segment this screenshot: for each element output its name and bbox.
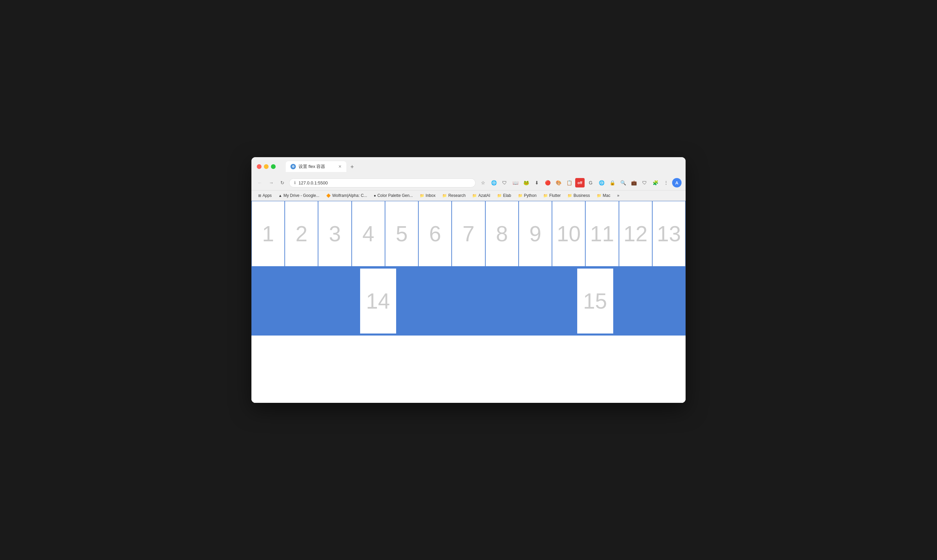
extension-icon-9[interactable]: off (575, 178, 585, 188)
bookmark-python[interactable]: 📁 Python (515, 192, 539, 199)
window-controls (257, 164, 275, 169)
blue-block-middle (397, 268, 577, 334)
flex-item-10: 10 (552, 201, 585, 266)
extension-icon-15[interactable]: 🛡 (640, 178, 649, 188)
flex-item-5: 5 (385, 201, 418, 266)
extension-icon-2[interactable]: 🛡 (500, 178, 509, 188)
bookmark-mac[interactable]: 📁 Mac (594, 192, 613, 199)
bookmark-flutter[interactable]: 📁 Flutter (540, 192, 563, 199)
extension-icon-6[interactable]: 🔴 (543, 178, 552, 188)
bookmark-mac-label: Mac (603, 193, 611, 198)
flex-container: 1 2 3 4 5 6 7 8 9 10 11 12 13 14 (251, 201, 686, 335)
folder-icon-python: 📁 (518, 194, 523, 198)
flex-item-14: 14 (360, 268, 397, 334)
bookmark-wolfram[interactable]: 🔶 Wolfram|Alpha: C... (323, 192, 370, 199)
flex-item-8: 8 (485, 201, 519, 266)
folder-icon-business: 📁 (568, 194, 572, 198)
reload-button[interactable]: ↻ (278, 179, 286, 187)
tab-favicon: ⚙ (291, 164, 296, 169)
extension-icon-13[interactable]: 🔍 (618, 178, 628, 188)
bookmark-more[interactable]: » (614, 192, 622, 199)
folder-icon-elab: 📁 (497, 194, 502, 198)
extension-icon-5[interactable]: ⬇ (532, 178, 542, 188)
extensions-button[interactable]: 🧩 (651, 178, 660, 188)
bookmark-research-label: Research (448, 193, 465, 198)
flex-item-9: 9 (519, 201, 552, 266)
flex-item-12: 12 (619, 201, 652, 266)
close-button[interactable] (257, 164, 262, 169)
nav-icons: ☆ 🌐 🛡 📖 🐸 ⬇ 🔴 🎨 📋 off G 🌐 🔒 🔍 💼 🛡 🧩 ⋮ A (478, 178, 682, 188)
bookmark-research[interactable]: 📁 Research (440, 192, 468, 199)
extension-icon-14[interactable]: 💼 (629, 178, 639, 188)
bookmark-azatai-label: AzatAI (478, 193, 490, 198)
blue-block-right (614, 268, 686, 334)
back-button[interactable]: ← (255, 179, 264, 187)
bookmark-drive[interactable]: ▲ My Drive - Google... (275, 192, 322, 199)
flex-item-6: 6 (418, 201, 452, 266)
extension-icon-4[interactable]: 🐸 (522, 178, 531, 188)
page-content: 1 2 3 4 5 6 7 8 9 10 11 12 13 14 (251, 201, 686, 403)
flex-item-2: 2 (285, 201, 318, 266)
extension-icon-1[interactable]: 🌐 (489, 178, 499, 188)
bookmark-inbox-label: Inbox (426, 193, 435, 198)
extension-icon-10[interactable]: G (586, 178, 595, 188)
title-bar: ⚙ 设置 flex 容器 ✕ + (251, 157, 686, 175)
folder-icon-flutter: 📁 (543, 194, 548, 198)
extension-icon-8[interactable]: 📋 (565, 178, 574, 188)
bookmark-python-label: Python (524, 193, 537, 198)
browser-window: ⚙ 设置 flex 容器 ✕ + ← → ↻ ℹ 127.0.0.1:5500 … (251, 157, 686, 403)
bookmark-drive-label: My Drive - Google... (283, 193, 319, 198)
apps-icon: ⊞ (258, 194, 261, 198)
more-button[interactable]: ⋮ (662, 178, 671, 188)
color-icon: ● (374, 194, 376, 198)
bookmark-apps[interactable]: ⊞ Apps (255, 192, 274, 199)
tab-bar: ⚙ 设置 flex 容器 ✕ + (286, 161, 357, 172)
flex-item-15: 15 (577, 268, 614, 334)
folder-icon-mac: 📁 (597, 194, 602, 198)
flex-item-13: 13 (652, 201, 686, 266)
blue-block-left (251, 268, 360, 334)
bookmark-flutter-label: Flutter (549, 193, 561, 198)
bookmark-elab[interactable]: 📁 Elab (494, 192, 514, 199)
bookmark-color-label: Color Palette Gen... (377, 193, 412, 198)
nav-bar: ← → ↻ ℹ 127.0.0.1:5500 ☆ 🌐 🛡 📖 🐸 ⬇ 🔴 🎨 📋… (251, 175, 686, 191)
bookmark-azatai[interactable]: 📁 AzatAI (469, 192, 493, 199)
bookmark-inbox[interactable]: 📁 Inbox (417, 192, 438, 199)
extension-icon-7[interactable]: 🎨 (554, 178, 563, 188)
bookmark-apps-label: Apps (263, 193, 272, 198)
wolfram-icon: 🔶 (326, 194, 331, 198)
url-text: 127.0.0.1:5500 (298, 180, 328, 185)
bookmark-business[interactable]: 📁 Business (565, 192, 593, 199)
forward-button[interactable]: → (267, 179, 275, 187)
flex-item-4: 4 (352, 201, 385, 266)
drive-icon: ▲ (278, 194, 282, 198)
maximize-button[interactable] (271, 164, 275, 169)
folder-icon-inbox: 📁 (420, 194, 425, 198)
flex-row-2: 14 15 (251, 268, 686, 334)
minimize-button[interactable] (264, 164, 269, 169)
extension-icon-12[interactable]: 🔒 (608, 178, 617, 188)
folder-icon-azatai: 📁 (472, 194, 477, 198)
bookmark-more-label: » (617, 193, 619, 198)
bookmarks-bar: ⊞ Apps ▲ My Drive - Google... 🔶 Wolfram|… (251, 191, 686, 201)
star-icon[interactable]: ☆ (478, 178, 488, 188)
extension-icon-3[interactable]: 📖 (511, 178, 520, 188)
tab-title: 设置 flex 容器 (298, 163, 325, 169)
address-bar[interactable]: ℹ 127.0.0.1:5500 (289, 178, 475, 188)
active-tab[interactable]: ⚙ 设置 flex 容器 ✕ (286, 161, 346, 172)
flex-item-7: 7 (452, 201, 485, 266)
bookmark-color[interactable]: ● Color Palette Gen... (371, 192, 415, 199)
flex-item-3: 3 (318, 201, 351, 266)
bookmark-business-label: Business (574, 193, 590, 198)
folder-icon-research: 📁 (442, 194, 447, 198)
bookmark-elab-label: Elab (503, 193, 511, 198)
bottom-area (251, 335, 686, 403)
extension-icon-11[interactable]: 🌐 (597, 178, 606, 188)
new-tab-button[interactable]: + (348, 162, 357, 172)
tab-close-button[interactable]: ✕ (338, 164, 342, 169)
flex-item-11: 11 (585, 201, 619, 266)
bookmark-wolfram-label: Wolfram|Alpha: C... (332, 193, 367, 198)
address-secure-icon: ℹ (294, 180, 296, 185)
flex-row-1: 1 2 3 4 5 6 7 8 9 10 11 12 13 (251, 201, 686, 268)
user-avatar[interactable]: A (672, 178, 682, 188)
